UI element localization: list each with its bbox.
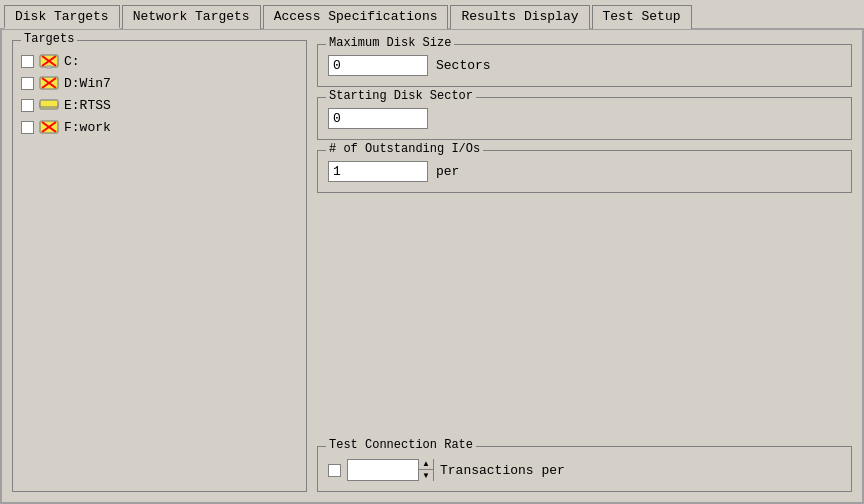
tab-bar: Disk Targets Network Targets Access Spec… xyxy=(0,0,864,30)
fields-area: Maximum Disk Size Sectors Starting Disk … xyxy=(317,40,852,492)
test-connection-rate-label: Test Connection Rate xyxy=(326,438,476,452)
spinner-up-button[interactable]: ▲ xyxy=(419,459,433,470)
target-checkbox-e[interactable] xyxy=(21,99,34,112)
target-label-e: E:RTSS xyxy=(64,98,111,113)
spinner-buttons: ▲ ▼ xyxy=(418,459,433,481)
target-label-f: F:work xyxy=(64,120,111,135)
max-disk-size-label: Maximum Disk Size xyxy=(326,36,454,50)
tab-access-specs[interactable]: Access Specifications xyxy=(263,5,449,29)
tab-disk-targets[interactable]: Disk Targets xyxy=(4,5,120,29)
max-disk-size-row: Sectors xyxy=(328,55,841,76)
outstanding-ios-group: # of Outstanding I/Os per xyxy=(317,150,852,193)
outstanding-ios-unit: per xyxy=(436,164,459,179)
outstanding-ios-row: per xyxy=(328,161,841,182)
test-connection-rate-spinner: ▲ ▼ xyxy=(347,459,434,481)
list-item: C: xyxy=(21,53,298,69)
disk-yellow-icon xyxy=(39,97,59,113)
spacer xyxy=(317,203,852,436)
starting-disk-sector-row xyxy=(328,108,841,129)
target-checkbox-d[interactable] xyxy=(21,77,34,90)
target-checkbox-c[interactable] xyxy=(21,55,34,68)
starting-disk-sector-group: Starting Disk Sector xyxy=(317,97,852,140)
svg-rect-11 xyxy=(40,100,58,107)
test-connection-rate-row: ▲ ▼ Transactions per xyxy=(328,459,841,481)
list-item: F:work xyxy=(21,119,298,135)
tab-test-setup[interactable]: Test Setup xyxy=(592,5,692,29)
target-list: C: D:Win7 xyxy=(21,53,298,135)
starting-disk-sector-label: Starting Disk Sector xyxy=(326,89,476,103)
spinner-down-button[interactable]: ▼ xyxy=(419,470,433,481)
test-connection-rate-unit: Transactions per xyxy=(440,463,565,478)
target-label-c: C: xyxy=(64,54,80,69)
outstanding-ios-input[interactable] xyxy=(328,161,428,182)
max-disk-size-group: Maximum Disk Size Sectors xyxy=(317,44,852,87)
max-disk-size-unit: Sectors xyxy=(436,58,491,73)
list-item: E:RTSS xyxy=(21,97,298,113)
test-connection-rate-group: Test Connection Rate ▲ ▼ Transactions pe… xyxy=(317,446,852,492)
app-window: Disk Targets Network Targets Access Spec… xyxy=(0,0,864,504)
targets-group-label: Targets xyxy=(21,32,77,46)
disk-red-icon xyxy=(39,53,59,69)
list-item: D:Win7 xyxy=(21,75,298,91)
test-connection-rate-checkbox[interactable] xyxy=(328,464,341,477)
disk-red-icon xyxy=(39,119,59,135)
test-connection-rate-input[interactable] xyxy=(348,463,418,478)
outstanding-ios-label: # of Outstanding I/Os xyxy=(326,142,483,156)
target-label-d: D:Win7 xyxy=(64,76,111,91)
tab-network-targets[interactable]: Network Targets xyxy=(122,5,261,29)
target-checkbox-f[interactable] xyxy=(21,121,34,134)
starting-disk-sector-input[interactable] xyxy=(328,108,428,129)
disk-red-icon xyxy=(39,75,59,91)
tab-results-display[interactable]: Results Display xyxy=(450,5,589,29)
tab-content: Targets C: xyxy=(0,30,864,504)
targets-group: Targets C: xyxy=(12,40,307,492)
max-disk-size-input[interactable] xyxy=(328,55,428,76)
